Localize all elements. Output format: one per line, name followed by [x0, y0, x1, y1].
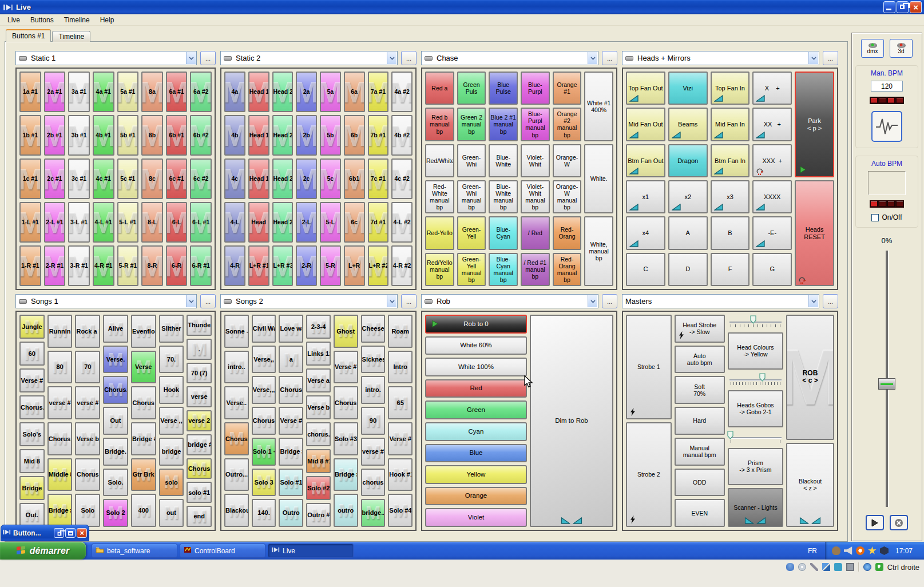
- panel-combobox[interactable]: Masters: [622, 294, 819, 308]
- panel-button[interactable]: MAlive: [103, 315, 128, 343]
- panel-button[interactable]: M5-R: [320, 245, 341, 286]
- minimize-button[interactable]: [883, 1, 895, 13]
- panel-button[interactable]: Moutro: [334, 494, 358, 527]
- panel-button[interactable]: Mintro..: [224, 351, 249, 384]
- panel-button[interactable]: MBridge.: [103, 438, 128, 466]
- panel-button[interactable]: MHead 2: [272, 158, 294, 199]
- panel-button[interactable]: MOutro #1: [306, 503, 331, 527]
- panel-button[interactable]: Heads Gobos -> Gobo 2-1: [728, 390, 783, 427]
- panel-button[interactable]: MChorus: [187, 458, 212, 479]
- taskbar-task-live[interactable]: Live: [268, 544, 354, 558]
- panel-button[interactable]: M4c: [224, 158, 245, 199]
- panel-button[interactable]: Orange #2 manual bp: [553, 108, 582, 141]
- panel-button[interactable]: MThunde: [187, 315, 212, 336]
- panel-button[interactable]: MVerse: [131, 351, 156, 384]
- panel-button[interactable]: M5-L #1: [117, 202, 139, 243]
- panel-button[interactable]: / Red: [521, 216, 550, 249]
- cdrom-icon[interactable]: [798, 563, 806, 571]
- panel-button[interactable]: MHead 2: [272, 115, 294, 156]
- panel-button[interactable]: MSolo 2: [103, 499, 128, 527]
- panel-button[interactable]: M2-L #1: [44, 202, 66, 243]
- panel-button[interactable]: Blue-Purpl manual bp: [521, 108, 550, 141]
- panel-combobox[interactable]: Rob: [421, 294, 598, 308]
- vt-chip-icon[interactable]: [846, 563, 854, 571]
- panel-button[interactable]: MMiddle 8: [47, 458, 73, 491]
- panel-button[interactable]: MBlackou: [224, 494, 249, 527]
- panel-button[interactable]: Hard: [675, 407, 725, 435]
- panel-button[interactable]: B: [711, 216, 750, 249]
- panel-button[interactable]: Red/White: [425, 144, 454, 177]
- panel-button[interactable]: M5-R #1: [117, 245, 139, 286]
- panel-button[interactable]: M4-R #1: [93, 245, 114, 286]
- panel-button[interactable]: M1a #1: [19, 72, 41, 112]
- panel-button[interactable]: ML+R: [344, 245, 365, 286]
- panel-button[interactable]: MChorus: [131, 386, 156, 419]
- panel-button[interactable]: M6c #2: [190, 158, 212, 199]
- panel-button[interactable]: M8b: [141, 115, 163, 156]
- minimized-window-titlebar[interactable]: Button... ×: [1, 525, 89, 541]
- panel-button[interactable]: M65: [388, 386, 413, 419]
- panel-button[interactable]: MIntro: [388, 351, 413, 384]
- panel-button[interactable]: MBridge #: [131, 422, 156, 455]
- panel-button[interactable]: M8-R: [141, 245, 163, 286]
- panel-button[interactable]: Blue-Cyan manual bp: [489, 253, 518, 286]
- panel-button[interactable]: M7b #1: [368, 115, 389, 156]
- panel-button[interactable]: Auto auto bpm: [675, 346, 725, 374]
- panel-button[interactable]: M2b #1: [44, 115, 66, 156]
- panel-button[interactable]: MVerse #: [388, 422, 413, 455]
- panel-button[interactable]: M4c #2: [391, 158, 413, 199]
- panel-button[interactable]: Green 2 manual bp: [457, 108, 486, 141]
- panel-button[interactable]: MSlither: [159, 315, 184, 343]
- pen-icon[interactable]: [810, 563, 818, 571]
- panel-button[interactable]: MChorus.: [19, 395, 45, 419]
- panel-button[interactable]: M2a #1: [44, 72, 66, 112]
- panel-button[interactable]: MVerse,,,: [252, 376, 276, 404]
- panel-button[interactable]: G: [752, 253, 792, 286]
- panel-button[interactable]: MVerse #: [334, 351, 358, 384]
- panel-button[interactable]: MVerse b: [306, 395, 331, 419]
- panel-button[interactable]: MSolo #4: [388, 494, 413, 527]
- panel-button[interactable]: MGtr Brk: [131, 458, 156, 491]
- panel-button[interactable]: M4-L #1: [93, 202, 114, 243]
- panel-button[interactable]: MBridge: [19, 476, 45, 500]
- panel-button[interactable]: Dragon: [668, 144, 708, 177]
- chevron-down-icon[interactable]: [186, 52, 196, 64]
- panel-button[interactable]: MLinks 12: [306, 342, 331, 366]
- panel-combobox[interactable]: Static 2: [220, 51, 398, 65]
- panel-button[interactable]: M2c #1: [44, 158, 66, 199]
- panel-button[interactable]: MEvenflo: [131, 315, 156, 348]
- taskbar-task-beta-software[interactable]: beta_software: [92, 544, 177, 558]
- panel-button[interactable]: ML+R #1: [248, 245, 269, 286]
- panel-button[interactable]: Mverse #: [47, 386, 73, 419]
- panel-button[interactable]: M6-L #1: [190, 202, 212, 243]
- panel-button[interactable]: MSolo #1: [279, 469, 303, 497]
- panel-button[interactable]: MMid 8 #1: [306, 449, 331, 473]
- slider-handle[interactable]: [759, 373, 766, 383]
- panel-button[interactable]: M5b: [320, 115, 341, 156]
- start-button[interactable]: démarrer: [0, 542, 86, 560]
- panel-button[interactable]: Blue-White: [489, 144, 518, 177]
- panel-button[interactable]: M4-L #2: [391, 202, 413, 243]
- panel-button[interactable]: MChorus,: [47, 422, 73, 455]
- panel-button[interactable]: Mid Fan Out: [626, 108, 665, 141]
- panel-button[interactable]: M8a: [141, 72, 163, 112]
- panel-button[interactable]: Scanner - Lights: [728, 488, 783, 527]
- panel-button[interactable]: Mbridge #: [187, 434, 212, 455]
- wand-tray-icon[interactable]: [868, 546, 877, 555]
- panel-button[interactable]: MSonne -: [224, 315, 249, 348]
- panel-button[interactable]: Blue-White manual bp: [489, 180, 518, 213]
- panel-button[interactable]: Red-Orang manual bp: [553, 253, 582, 286]
- panel-button[interactable]: M4a #1: [93, 72, 114, 112]
- panel-button[interactable]: MCheese: [361, 315, 386, 343]
- panel-button[interactable]: MChorus: [334, 386, 358, 419]
- panel-button[interactable]: Strobe 1: [626, 315, 672, 419]
- panel-combobox[interactable]: Songs 1: [15, 294, 197, 308]
- panel-button[interactable]: Cyan: [425, 422, 527, 441]
- tab-timeline[interactable]: Timeline: [52, 31, 90, 42]
- panel-button[interactable]: Park < p >: [795, 72, 834, 177]
- panel-button[interactable]: M2c: [296, 158, 317, 199]
- panel-button[interactable]: Top Fan Out: [626, 72, 665, 105]
- panel-button[interactable]: MChorus,: [252, 407, 276, 435]
- panel-button[interactable]: Blue 2 #1 manual bp: [489, 108, 518, 141]
- panel-button[interactable]: M1-L #1: [19, 202, 41, 243]
